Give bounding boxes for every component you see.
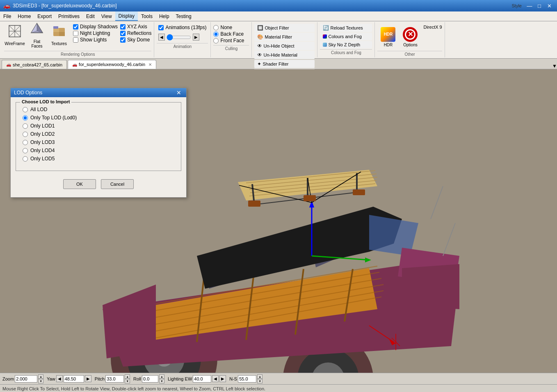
ns-spinner[interactable]: ▲ ▼ xyxy=(257,374,263,383)
lighting-ew-input[interactable] xyxy=(193,375,211,383)
none-radio[interactable]: None xyxy=(213,25,249,30)
back-face-radio[interactable]: Back Face xyxy=(213,31,249,37)
menu-item-tools[interactable]: Tools xyxy=(138,11,156,21)
un-hide-object-icon: 👁 xyxy=(257,43,262,49)
anim-prev-button[interactable]: ◀ xyxy=(158,34,165,41)
lod-body: Choose LOD to Import All LOD Only Top LO… xyxy=(11,97,186,197)
zoom-spinner[interactable]: ▲ ▼ xyxy=(38,374,43,383)
lod-ok-button[interactable]: OK xyxy=(63,179,96,189)
wireframe-button[interactable]: WireFrame xyxy=(4,23,25,48)
options-button[interactable]: ✕ Options xyxy=(399,25,421,49)
hdr-button[interactable]: HDR HDR xyxy=(377,25,399,49)
ribbon-group-rendering: WireFrame Flat Faces xyxy=(2,22,154,57)
front-face-radio[interactable]: Front Face xyxy=(213,38,249,43)
material-filter-button[interactable]: 🎨 Material Filter xyxy=(254,33,315,41)
xyz-axis-check[interactable]: XYZ Axis xyxy=(120,24,151,30)
menu-item-display[interactable]: Display xyxy=(115,11,138,21)
ribbon-group-animation: Animations (13fps) ◀ ▶ Animation xyxy=(154,22,211,57)
roll-spinner[interactable]: ▲ ▼ xyxy=(159,374,164,383)
reload-icon: 🔄 xyxy=(323,25,329,31)
roll-down-arrow[interactable]: ▼ xyxy=(159,379,164,383)
roll-label: Roll xyxy=(133,376,141,381)
yaw-prev-button[interactable]: ◀ xyxy=(56,375,63,382)
pitch-spinner[interactable]: ▲ ▼ xyxy=(125,374,130,383)
lod-option-all[interactable]: All LOD xyxy=(23,107,174,112)
tab-cobra[interactable]: 🚗 she_cobra427_65.carbin xyxy=(2,60,67,69)
hdr-icon: HDR xyxy=(381,27,395,42)
lod-option-lod3[interactable]: Only LOD3 xyxy=(23,139,174,145)
pitch-up-arrow[interactable]: ▲ xyxy=(125,374,130,379)
ns-input[interactable] xyxy=(238,375,256,383)
pitch-input[interactable] xyxy=(105,375,124,383)
lighting-ew-label: Lighting EW xyxy=(168,376,192,381)
colours-fog-button[interactable]: Colours and Fog xyxy=(320,33,372,40)
reflections-check[interactable]: Reflections xyxy=(120,30,151,36)
tab-woody[interactable]: 🚗 for_superdeluxewoody_46.carbin ✕ xyxy=(68,60,156,69)
menu-item-view[interactable]: View xyxy=(98,11,115,21)
yaw-input[interactable] xyxy=(64,375,84,383)
ns-label: N-S xyxy=(229,376,237,381)
shader-filter-button[interactable]: ✦ Shader Filter xyxy=(254,60,315,68)
anim-next-button[interactable]: ▶ xyxy=(193,34,199,41)
lod-options-group: Choose LOD to Import All LOD Only Top LO… xyxy=(16,102,181,171)
un-hide-material-button[interactable]: 👁 Un-Hide Material xyxy=(254,51,315,59)
info-bar: Mouse Right Click To Select, Hold Left t… xyxy=(0,384,557,392)
ribbon-group-filter: 🔲 Object Filter 🎨 Material Filter 👁 Un-H… xyxy=(252,22,317,57)
roll-up-arrow[interactable]: ▲ xyxy=(159,374,164,379)
tab-cobra-label: she_cobra427_65.carbin xyxy=(13,62,62,67)
flat-faces-label: Flat Faces xyxy=(27,39,46,48)
ribbon-group-colours: 🔄 Reload Textures Colours and Fog Sky No… xyxy=(317,22,375,57)
lod-option-lod2[interactable]: Only LOD2 xyxy=(23,131,174,137)
anim-slider[interactable] xyxy=(167,34,191,41)
tab-scroll-button[interactable]: ▼ xyxy=(552,63,557,69)
lod-option-top[interactable]: Only Top LOD (Lod0) xyxy=(23,115,174,121)
other-label: Other xyxy=(377,51,442,57)
menu-item-primitives[interactable]: Primitives xyxy=(55,11,83,21)
app-icon: 🚗 xyxy=(3,2,10,9)
lod-cancel-button[interactable]: Cancel xyxy=(101,179,134,189)
sky-dome-check[interactable]: Sky Dome xyxy=(120,37,151,43)
menu-item-testing[interactable]: Testing xyxy=(173,11,195,21)
menu-item-export[interactable]: Export xyxy=(34,11,55,21)
yaw-next-button[interactable]: ▶ xyxy=(85,375,91,382)
pitch-down-arrow[interactable]: ▼ xyxy=(125,379,130,383)
lod-close-button[interactable]: ✕ xyxy=(175,89,183,96)
ribbon-group-culling: None Back Face Front Face Culling xyxy=(211,22,252,57)
show-lights-check[interactable]: Show Lights xyxy=(73,37,118,43)
svg-rect-10 xyxy=(59,32,65,36)
animations-check[interactable]: Animations (13fps) xyxy=(158,25,206,30)
lod-option-lod1[interactable]: Only LOD1 xyxy=(23,123,174,129)
lod-option-lod5[interactable]: Only LOD5 xyxy=(23,156,174,162)
options-label: Options xyxy=(403,43,417,47)
sky-no-z-button[interactable]: Sky No Z Depth xyxy=(320,41,372,48)
minimize-button[interactable]: — xyxy=(525,1,534,10)
flat-faces-button[interactable]: Flat Faces xyxy=(26,23,48,48)
zoom-up-arrow[interactable]: ▲ xyxy=(38,374,43,379)
lod-option-lod4[interactable]: Only LOD4 xyxy=(23,148,174,153)
menu-item-file[interactable]: File xyxy=(0,11,14,21)
ns-up-arrow[interactable]: ▲ xyxy=(257,374,263,379)
ns-down-arrow[interactable]: ▼ xyxy=(257,379,263,383)
status-bar: Zoom ▲ ▼ Yaw ◀ ▶ Pitch ▲ ▼ Roll ▲ ▼ Ligh… xyxy=(0,373,557,384)
reload-textures-button[interactable]: 🔄 Reload Textures xyxy=(320,24,372,32)
ribbon-group-other: HDR HDR ✕ Options DirectX 9 xyxy=(375,22,445,57)
zoom-input[interactable] xyxy=(15,375,37,383)
zoom-down-arrow[interactable]: ▼ xyxy=(38,379,43,383)
display-shadows-check[interactable]: Display Shadows xyxy=(73,24,118,30)
lighting-prev-button[interactable]: ◀ xyxy=(212,375,219,382)
maximize-button[interactable]: □ xyxy=(535,1,544,10)
tab-woody-label: for_superdeluxewoody_46.carbin xyxy=(79,62,145,67)
menu-item-home[interactable]: Home xyxy=(14,11,34,21)
textures-button[interactable]: Textures xyxy=(48,23,70,48)
un-hide-object-button[interactable]: 👁 Un-Hide Object xyxy=(254,42,315,50)
menu-item-edit[interactable]: Edit xyxy=(83,11,98,21)
menu-item-help[interactable]: Help xyxy=(156,11,173,21)
tab-woody-close[interactable]: ✕ xyxy=(148,62,152,67)
night-lighting-check[interactable]: Night Lighting xyxy=(73,30,118,36)
roll-input[interactable] xyxy=(142,375,158,383)
object-filter-button[interactable]: 🔲 Object Filter xyxy=(254,24,315,32)
textures-label: Textures xyxy=(51,41,67,46)
lighting-next-button[interactable]: ▶ xyxy=(219,375,226,382)
wireframe-label: WireFrame xyxy=(5,41,25,46)
close-button[interactable]: ✕ xyxy=(545,1,554,10)
